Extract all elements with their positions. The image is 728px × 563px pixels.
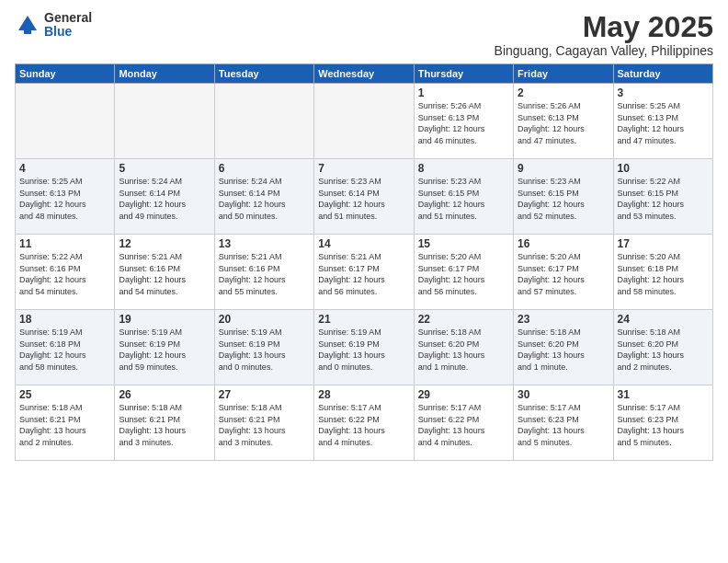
day-info: Sunrise: 5:24 AM Sunset: 6:14 PM Dayligh… — [119, 176, 210, 222]
table-row: 20Sunrise: 5:19 AM Sunset: 6:19 PM Dayli… — [214, 310, 313, 385]
day-info: Sunrise: 5:18 AM Sunset: 6:21 PM Dayligh… — [119, 402, 210, 448]
day-number: 21 — [318, 313, 409, 326]
page: General Blue May 2025 Binguang, Cagayan … — [0, 0, 728, 563]
table-row: 29Sunrise: 5:17 AM Sunset: 6:22 PM Dayli… — [414, 385, 513, 461]
calendar: Sunday Monday Tuesday Wednesday Thursday… — [15, 63, 713, 461]
day-number: 10 — [618, 162, 709, 175]
month-title: May 2025 — [495, 11, 713, 43]
table-row: 1Sunrise: 5:26 AM Sunset: 6:13 PM Daylig… — [414, 84, 513, 159]
day-info: Sunrise: 5:23 AM Sunset: 6:15 PM Dayligh… — [518, 176, 609, 222]
day-info: Sunrise: 5:19 AM Sunset: 6:19 PM Dayligh… — [219, 327, 310, 373]
table-row: 11Sunrise: 5:22 AM Sunset: 6:16 PM Dayli… — [16, 235, 115, 310]
day-number: 9 — [518, 162, 609, 175]
table-row: 30Sunrise: 5:17 AM Sunset: 6:23 PM Dayli… — [514, 385, 613, 461]
day-number: 8 — [418, 162, 509, 175]
day-info: Sunrise: 5:25 AM Sunset: 6:13 PM Dayligh… — [19, 176, 110, 222]
day-info: Sunrise: 5:25 AM Sunset: 6:13 PM Dayligh… — [618, 100, 709, 146]
table-row: 15Sunrise: 5:20 AM Sunset: 6:17 PM Dayli… — [414, 235, 513, 310]
table-row: 2Sunrise: 5:26 AM Sunset: 6:13 PM Daylig… — [514, 84, 613, 159]
day-info: Sunrise: 5:23 AM Sunset: 6:14 PM Dayligh… — [318, 176, 409, 222]
svg-rect-2 — [24, 29, 31, 34]
header-wednesday: Wednesday — [314, 64, 414, 84]
day-number: 30 — [518, 388, 609, 401]
day-number: 29 — [418, 388, 509, 401]
day-info: Sunrise: 5:21 AM Sunset: 6:16 PM Dayligh… — [119, 251, 210, 297]
table-row: 24Sunrise: 5:18 AM Sunset: 6:20 PM Dayli… — [613, 310, 712, 385]
header-monday: Monday — [115, 64, 214, 84]
header-sunday: Sunday — [16, 64, 115, 84]
calendar-week-row: 18Sunrise: 5:19 AM Sunset: 6:18 PM Dayli… — [16, 310, 713, 385]
table-row: 13Sunrise: 5:21 AM Sunset: 6:16 PM Dayli… — [214, 235, 313, 310]
table-row: 5Sunrise: 5:24 AM Sunset: 6:14 PM Daylig… — [115, 159, 214, 235]
day-number: 24 — [618, 313, 709, 326]
day-info: Sunrise: 5:23 AM Sunset: 6:15 PM Dayligh… — [418, 176, 509, 222]
logo-blue-label: Blue — [44, 25, 92, 39]
table-row: 10Sunrise: 5:22 AM Sunset: 6:15 PM Dayli… — [613, 159, 712, 235]
subtitle: Binguang, Cagayan Valley, Philippines — [495, 43, 713, 58]
table-row: 27Sunrise: 5:18 AM Sunset: 6:21 PM Dayli… — [214, 385, 313, 461]
day-number: 1 — [418, 86, 509, 99]
day-number: 17 — [618, 237, 709, 250]
table-row: 28Sunrise: 5:17 AM Sunset: 6:22 PM Dayli… — [314, 385, 414, 461]
day-info: Sunrise: 5:26 AM Sunset: 6:13 PM Dayligh… — [418, 100, 509, 146]
table-row: 16Sunrise: 5:20 AM Sunset: 6:17 PM Dayli… — [514, 235, 613, 310]
day-number: 4 — [19, 162, 110, 175]
day-info: Sunrise: 5:26 AM Sunset: 6:13 PM Dayligh… — [518, 100, 609, 146]
header-friday: Friday — [514, 64, 613, 84]
day-number: 19 — [119, 313, 210, 326]
weekday-header-row: Sunday Monday Tuesday Wednesday Thursday… — [16, 64, 713, 84]
day-info: Sunrise: 5:24 AM Sunset: 6:14 PM Dayligh… — [219, 176, 310, 222]
table-row: 22Sunrise: 5:18 AM Sunset: 6:20 PM Dayli… — [414, 310, 513, 385]
table-row: 7Sunrise: 5:23 AM Sunset: 6:14 PM Daylig… — [314, 159, 414, 235]
calendar-week-row: 11Sunrise: 5:22 AM Sunset: 6:16 PM Dayli… — [16, 235, 713, 310]
calendar-week-row: 1Sunrise: 5:26 AM Sunset: 6:13 PM Daylig… — [16, 84, 713, 159]
day-number: 22 — [418, 313, 509, 326]
day-number: 5 — [119, 162, 210, 175]
header-tuesday: Tuesday — [214, 64, 313, 84]
table-row: 31Sunrise: 5:17 AM Sunset: 6:23 PM Dayli… — [613, 385, 712, 461]
day-number: 31 — [618, 388, 709, 401]
table-row: 3Sunrise: 5:25 AM Sunset: 6:13 PM Daylig… — [613, 84, 712, 159]
day-info: Sunrise: 5:18 AM Sunset: 6:20 PM Dayligh… — [518, 327, 609, 373]
day-number: 23 — [518, 313, 609, 326]
day-info: Sunrise: 5:21 AM Sunset: 6:17 PM Dayligh… — [318, 251, 409, 297]
header-saturday: Saturday — [613, 64, 712, 84]
day-info: Sunrise: 5:20 AM Sunset: 6:17 PM Dayligh… — [518, 251, 609, 297]
day-info: Sunrise: 5:17 AM Sunset: 6:22 PM Dayligh… — [418, 402, 509, 448]
header-thursday: Thursday — [414, 64, 513, 84]
table-row: 14Sunrise: 5:21 AM Sunset: 6:17 PM Dayli… — [314, 235, 414, 310]
day-number: 12 — [119, 237, 210, 250]
day-number: 14 — [318, 237, 409, 250]
day-number: 18 — [19, 313, 110, 326]
table-row: 23Sunrise: 5:18 AM Sunset: 6:20 PM Dayli… — [514, 310, 613, 385]
table-row: 9Sunrise: 5:23 AM Sunset: 6:15 PM Daylig… — [514, 159, 613, 235]
table-row — [115, 84, 214, 159]
table-row: 18Sunrise: 5:19 AM Sunset: 6:18 PM Dayli… — [16, 310, 115, 385]
table-row: 8Sunrise: 5:23 AM Sunset: 6:15 PM Daylig… — [414, 159, 513, 235]
day-info: Sunrise: 5:19 AM Sunset: 6:19 PM Dayligh… — [318, 327, 409, 373]
day-number: 28 — [318, 388, 409, 401]
day-info: Sunrise: 5:21 AM Sunset: 6:16 PM Dayligh… — [219, 251, 310, 297]
day-number: 6 — [219, 162, 310, 175]
day-info: Sunrise: 5:17 AM Sunset: 6:23 PM Dayligh… — [618, 402, 709, 448]
day-info: Sunrise: 5:20 AM Sunset: 6:18 PM Dayligh… — [618, 251, 709, 297]
calendar-week-row: 25Sunrise: 5:18 AM Sunset: 6:21 PM Dayli… — [16, 385, 713, 461]
table-row — [16, 84, 115, 159]
day-number: 26 — [119, 388, 210, 401]
day-info: Sunrise: 5:18 AM Sunset: 6:21 PM Dayligh… — [219, 402, 310, 448]
day-info: Sunrise: 5:18 AM Sunset: 6:20 PM Dayligh… — [618, 327, 709, 373]
day-info: Sunrise: 5:19 AM Sunset: 6:18 PM Dayligh… — [19, 327, 110, 373]
table-row — [214, 84, 313, 159]
day-number: 25 — [19, 388, 110, 401]
logo-general-label: General — [44, 11, 92, 25]
day-info: Sunrise: 5:19 AM Sunset: 6:19 PM Dayligh… — [119, 327, 210, 373]
day-info: Sunrise: 5:17 AM Sunset: 6:22 PM Dayligh… — [318, 402, 409, 448]
day-number: 7 — [318, 162, 409, 175]
logo-text: General Blue — [44, 11, 92, 40]
day-number: 3 — [618, 86, 709, 99]
header: General Blue May 2025 Binguang, Cagayan … — [15, 11, 713, 58]
day-number: 2 — [518, 86, 609, 99]
day-info: Sunrise: 5:20 AM Sunset: 6:17 PM Dayligh… — [418, 251, 509, 297]
table-row — [314, 84, 414, 159]
table-row: 26Sunrise: 5:18 AM Sunset: 6:21 PM Dayli… — [115, 385, 214, 461]
